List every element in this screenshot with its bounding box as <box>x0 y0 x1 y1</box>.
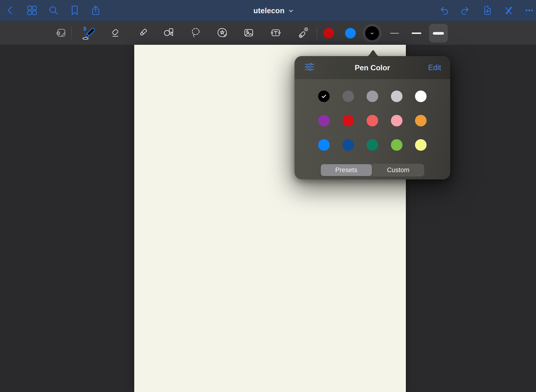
color-swatch-orange[interactable] <box>415 115 427 126</box>
add-page-button[interactable] <box>480 4 494 18</box>
shapes-icon <box>162 27 174 40</box>
toolbar-color-blue[interactable] <box>341 24 360 43</box>
chevron-down-icon <box>368 29 376 37</box>
search-button[interactable] <box>47 4 60 18</box>
stroke-width-options <box>385 24 448 43</box>
image-icon <box>243 27 255 40</box>
back-chevron-icon <box>5 5 16 17</box>
pen-tool-selected[interactable] <box>81 26 96 41</box>
edit-colors-button[interactable]: Edit <box>428 62 441 73</box>
pen-color-grid <box>318 91 427 163</box>
pen-color-popover: Pen Color Edit PresetsCustom <box>295 56 450 179</box>
tools-toolbar <box>0 22 536 45</box>
color-swatch-blue[interactable] <box>318 139 330 151</box>
toolbar-divider <box>317 26 317 40</box>
more-ellipsis-icon <box>524 5 535 17</box>
stroke-line-thick <box>433 32 444 35</box>
color-swatch-gray[interactable] <box>367 91 378 102</box>
stroke-line-medium <box>412 33 421 34</box>
stroke-width-medium[interactable] <box>407 24 426 43</box>
tab-custom[interactable]: Custom <box>373 164 424 176</box>
toolbar-color-black[interactable] <box>363 24 382 43</box>
goodnotes-app-window: utelecon <box>0 0 536 392</box>
laser-pointer-icon <box>297 27 309 40</box>
share-icon <box>90 5 101 17</box>
image-tool[interactable] <box>241 26 256 41</box>
color-swatch-coral[interactable] <box>367 115 378 126</box>
page-panel-icon <box>55 27 67 40</box>
color-swatch-black[interactable] <box>318 91 330 102</box>
stroke-width-thin[interactable] <box>385 24 404 43</box>
grid-view-icon <box>27 5 38 17</box>
pen-toggle-icon <box>503 5 514 17</box>
pen-settings-button[interactable] <box>303 62 316 73</box>
toolbar-color-swatches <box>319 24 382 43</box>
color-swatch-light-gray[interactable] <box>391 91 402 102</box>
toolbar-color-red[interactable] <box>319 24 338 43</box>
lasso-tool[interactable] <box>188 26 203 41</box>
more-options-button[interactable] <box>523 4 536 18</box>
page-panel-tool[interactable] <box>54 26 69 41</box>
color-swatch-dark-gray[interactable] <box>342 91 354 102</box>
color-swatch-pink[interactable] <box>391 115 402 126</box>
color-swatch-red[interactable] <box>342 115 354 126</box>
share-button[interactable] <box>89 4 102 18</box>
undo-icon <box>439 5 450 17</box>
bookmark-button[interactable] <box>68 4 81 18</box>
text-tool[interactable] <box>268 26 283 41</box>
palette-row <box>318 115 427 126</box>
presets-custom-segmented-control: PresetsCustom <box>320 164 424 176</box>
popover-arrow <box>365 49 381 57</box>
sticker-star-icon <box>216 27 228 40</box>
color-swatch-purple[interactable] <box>318 115 330 126</box>
pen-mode-toggle-button[interactable] <box>502 4 515 18</box>
bookmark-icon <box>69 5 80 17</box>
document-title-menu[interactable]: utelecon <box>253 0 294 22</box>
color-swatch-teal[interactable] <box>367 139 378 151</box>
pen-bluetooth-icon <box>81 25 96 41</box>
popover-title: Pen Color <box>295 64 450 72</box>
thumbnails-button[interactable] <box>25 4 39 18</box>
palette-row <box>318 91 427 102</box>
stroke-line-thin <box>390 33 399 34</box>
document-title: utelecon <box>253 7 284 15</box>
palette-row <box>318 139 427 151</box>
highlighter-tool[interactable] <box>135 26 150 41</box>
redo-icon <box>460 5 471 17</box>
redo-button[interactable] <box>458 4 472 18</box>
highlighter-icon <box>137 27 149 40</box>
color-swatch-yellow[interactable] <box>415 139 427 151</box>
tab-presets[interactable]: Presets <box>321 164 372 176</box>
popover-header: Pen Color Edit <box>295 56 450 80</box>
top-navigation-bar: utelecon <box>0 0 536 22</box>
laser-pointer-tool[interactable] <box>295 26 311 41</box>
add-page-icon <box>481 5 492 17</box>
stickers-tool[interactable] <box>214 26 230 41</box>
checkmark-icon <box>320 92 328 100</box>
sliders-icon <box>304 62 315 73</box>
lasso-icon <box>190 27 202 40</box>
undo-button[interactable] <box>437 4 451 18</box>
eraser-tool[interactable] <box>108 26 123 41</box>
stroke-width-thick[interactable] <box>429 24 448 43</box>
canvas-area <box>0 45 536 392</box>
eraser-icon <box>109 27 121 40</box>
color-swatch-green[interactable] <box>391 139 402 151</box>
toolbar-divider <box>71 26 72 40</box>
color-swatch-navy[interactable] <box>342 139 354 151</box>
search-icon <box>48 5 59 17</box>
chevron-down-icon <box>288 8 294 14</box>
shapes-tool[interactable] <box>161 26 176 41</box>
text-icon <box>270 27 282 40</box>
back-button[interactable] <box>4 4 17 18</box>
color-swatch-white[interactable] <box>415 91 427 102</box>
